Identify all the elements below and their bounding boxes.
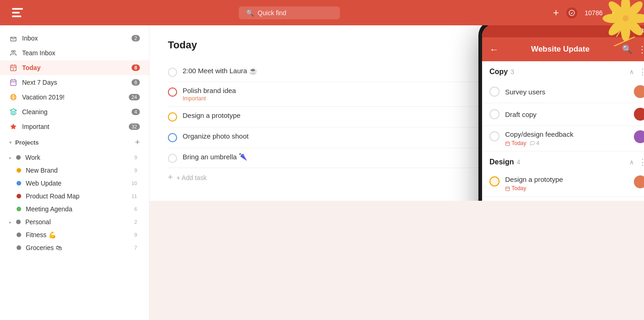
phone-more-icon[interactable]: ⋮ <box>638 44 644 55</box>
copy-design-date: Today <box>505 140 526 146</box>
web-update-label: Web Update <box>26 180 62 187</box>
draft-copy-text: Draft copy <box>505 111 628 118</box>
task-circle-umbrella[interactable] <box>168 154 177 163</box>
karma-score: 10786 <box>585 9 603 17</box>
new-brand-dot <box>17 168 21 173</box>
add-task-icon: + <box>168 173 173 182</box>
design-menu-icon[interactable]: ⋮ <box>638 157 644 167</box>
sidebar-cleaning-label: Cleaning <box>22 108 127 116</box>
phone-mockup-container: ▼◀▮▮ 08:32 ← Website Update 🔍 ⋮ <box>478 25 644 201</box>
project-item-new-brand[interactable]: New Brand 9 <box>0 164 149 177</box>
task-circle-organize-shoot[interactable] <box>168 133 177 142</box>
project-group-personal[interactable]: ▸ Personal 2 <box>0 215 149 228</box>
main-content: Today 2:00 Meet with Laura ☕ <box>150 25 644 201</box>
project-item-meeting-agenda[interactable]: Meeting Agenda 6 <box>0 203 149 215</box>
next7days-icon <box>9 78 17 87</box>
sidebar-item-important[interactable]: Important 32 <box>0 119 149 134</box>
work-expand-icon: ▸ <box>9 155 12 160</box>
notification-icon[interactable]: 🔔 <box>610 8 620 18</box>
karma-icon[interactable] <box>566 7 577 18</box>
copy-design-circle[interactable] <box>489 131 500 141</box>
search-placeholder: Quick find <box>258 9 286 17</box>
survey-users-text: Survey users <box>505 88 628 96</box>
svg-text:8: 8 <box>13 68 14 70</box>
sidebar-important-label: Important <box>22 123 124 130</box>
phone-back-icon[interactable]: ← <box>489 44 499 55</box>
design-prototype-circle[interactable] <box>489 176 500 186</box>
header-actions: + 10786 🔔 ⚙ <box>553 7 635 19</box>
sidebar-item-next7days[interactable]: Next 7 Days 8 <box>0 75 149 90</box>
survey-users-circle[interactable] <box>489 87 500 97</box>
sidebar-item-vacation[interactable]: Vacation 2019! 24 <box>0 90 149 105</box>
project-item-groceries[interactable]: Groceries 🛍 7 <box>0 241 149 254</box>
sidebar-item-inbox[interactable]: Inbox 2 <box>0 31 149 46</box>
cleaning-icon <box>9 108 17 116</box>
sidebar-next7days-label: Next 7 Days <box>22 79 127 86</box>
copy-design-text: Copy/design feedback <box>505 130 628 138</box>
copy-section-header: Copy 3 ∧ ⋮ <box>482 61 644 81</box>
sidebar: Inbox 2 Team Inbox 8 Today 8 Next 7 Days… <box>0 25 150 320</box>
web-update-badge: 10 <box>129 180 140 186</box>
today-badge: 8 <box>132 64 140 71</box>
inbox-icon <box>9 34 17 42</box>
phone-status-bar: ▼◀▮▮ 08:32 <box>482 25 644 37</box>
copy-collapse-icon[interactable]: ∧ <box>629 68 634 76</box>
groceries-badge: 7 <box>132 244 140 251</box>
project-item-fitness[interactable]: Fitness 💪 9 <box>0 228 149 241</box>
vacation-badge: 24 <box>129 94 140 100</box>
project-item-web-update[interactable]: Web Update 10 <box>0 177 149 190</box>
draft-copy-circle[interactable] <box>489 109 500 119</box>
task-circle-design-prototype[interactable] <box>168 112 177 122</box>
design-section-header: Design 4 ∧ ⋮ <box>482 151 644 171</box>
design-title: Design <box>489 158 514 166</box>
meeting-agenda-dot <box>17 207 21 211</box>
sidebar-item-cleaning[interactable]: Cleaning 4 <box>0 105 149 119</box>
sidebar-item-today[interactable]: 8 Today 8 <box>0 60 149 75</box>
svg-rect-28 <box>506 141 509 145</box>
design-prototype-meta: Today <box>505 185 628 192</box>
search-icon: 🔍 <box>246 9 254 17</box>
meeting-agenda-label: Meeting Agenda <box>26 205 72 213</box>
meeting-agenda-badge: 6 <box>132 206 140 212</box>
personal-label: Personal <box>25 218 51 226</box>
logo[interactable] <box>9 5 26 21</box>
add-icon[interactable]: + <box>553 7 559 19</box>
design-prototype-info: Design a prototype Today <box>505 175 628 192</box>
projects-section-header[interactable]: ▾ Projects + <box>0 134 149 151</box>
svg-rect-30 <box>506 186 509 190</box>
copy-design-info: Copy/design feedback Today 4 <box>505 130 628 146</box>
svg-rect-2 <box>12 15 21 17</box>
status-time: 08:32 <box>632 28 644 34</box>
important-icon <box>9 122 17 131</box>
task-circle-polish-brand[interactable] <box>168 87 177 97</box>
phone-body: ▼◀▮▮ 08:32 ← Website Update 🔍 ⋮ <box>478 25 644 201</box>
copy-menu-icon[interactable]: ⋮ <box>638 67 644 77</box>
personal-badge: 2 <box>132 219 140 225</box>
project-group-work[interactable]: ▸ Work 9 <box>0 151 149 164</box>
phone-screen: ▼◀▮▮ 08:32 ← Website Update 🔍 ⋮ <box>482 25 644 201</box>
copy-design-avatar <box>634 130 644 143</box>
groceries-dot <box>17 245 21 250</box>
search-bar[interactable]: 🔍 Quick find <box>239 6 340 19</box>
design-prototype-text: Design a prototype <box>505 175 628 183</box>
groceries-label: Groceries 🛍 <box>26 244 62 251</box>
sidebar-inbox-label: Inbox <box>22 35 127 42</box>
sidebar-item-team-inbox[interactable]: Team Inbox <box>0 46 149 60</box>
fitness-badge: 9 <box>132 232 140 238</box>
project-item-product-road-map[interactable]: Product Road Map 11 <box>0 190 149 203</box>
vacation-icon <box>9 93 17 101</box>
design-prototype-date: Today <box>505 185 526 192</box>
phone-search-icon[interactable]: 🔍 <box>622 44 632 54</box>
copy-title: Copy <box>489 68 508 76</box>
design-collapse-icon[interactable]: ∧ <box>629 158 634 166</box>
product-road-map-dot <box>17 194 21 198</box>
work-label: Work <box>25 154 40 161</box>
svg-point-19 <box>12 94 15 100</box>
main-layout: Inbox 2 Team Inbox 8 Today 8 Next 7 Days… <box>0 25 644 320</box>
task-circle-meet-laura[interactable] <box>168 68 177 77</box>
add-project-button[interactable]: + <box>135 138 140 147</box>
product-road-map-badge: 11 <box>129 193 140 199</box>
phone-task-design-prototype: Design a prototype Today <box>482 171 644 197</box>
settings-icon[interactable]: ⚙ <box>627 8 635 18</box>
design-count: 4 <box>517 158 520 166</box>
